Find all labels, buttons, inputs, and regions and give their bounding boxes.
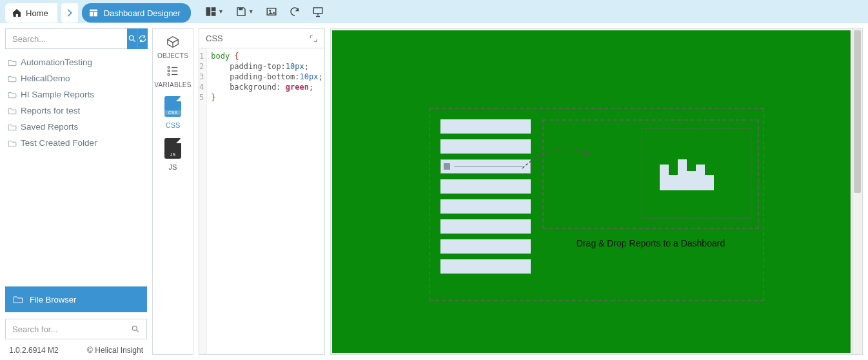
css-file-icon [164, 96, 181, 117]
folder-icon [8, 91, 17, 99]
js-file-icon [164, 138, 181, 159]
folder-icon [8, 75, 17, 83]
folder-item[interactable]: Reports for test [5, 103, 147, 119]
sidebar: AutomationTesting HelicalDemo HI Sample … [5, 28, 147, 355]
folder-label: Reports for test [21, 106, 80, 115]
caret-down-icon: ▼ [218, 8, 224, 15]
image-icon [266, 6, 277, 17]
breadcrumb-chevron[interactable] [61, 3, 78, 23]
folder-icon [8, 123, 17, 131]
svg-rect-3 [206, 7, 210, 16]
css-label: CSS [166, 121, 181, 129]
copyright-label: © Helical Insight [87, 346, 143, 355]
dashboard-designer-tab[interactable]: Dashboard Designer [82, 3, 191, 23]
css-tool[interactable]: CSS [164, 92, 181, 129]
footer: 1.0.2.6914 M2 © Helical Insight [5, 339, 147, 355]
placeholder-chart [660, 159, 714, 190]
svg-point-8 [269, 10, 271, 12]
folder-icon [8, 59, 17, 66]
svg-point-12 [168, 66, 170, 68]
file-browser-search [5, 319, 147, 339]
placeholder-row [440, 239, 531, 254]
variables-tool[interactable]: VARIABLES [154, 63, 192, 88]
dashboard-canvas[interactable]: Drag & Drop Reports to a Dashboard [332, 30, 851, 353]
list-icon [165, 64, 181, 78]
home-tab[interactable]: Home [5, 3, 57, 23]
search-row [5, 28, 147, 49]
placeholder-row [440, 139, 531, 154]
sync-button[interactable] [137, 28, 148, 49]
search-button[interactable] [127, 28, 137, 49]
variables-label: VARIABLES [154, 81, 192, 88]
folder-item[interactable]: Saved Reports [5, 119, 147, 135]
svg-rect-2 [94, 12, 97, 17]
file-browser-label: File Browser [30, 295, 76, 305]
sync-icon [138, 34, 147, 43]
version-label: 1.0.2.6914 M2 [9, 346, 59, 355]
presentation-icon [312, 6, 324, 17]
svg-rect-1 [90, 12, 93, 17]
editor-header: CSS [199, 29, 324, 48]
folder-label: Test Created Folder [21, 138, 97, 148]
layout-icon [205, 6, 217, 17]
placeholder-row [440, 219, 531, 234]
folder-open-icon [13, 295, 23, 304]
save-button[interactable]: ▼ [235, 6, 254, 17]
drop-hint-text: Drag & Drop Reports to a Dashboard [542, 238, 759, 248]
folder-label: AutomationTesting [21, 57, 92, 67]
folder-icon [8, 107, 17, 115]
caret-down-icon: ▼ [248, 8, 254, 15]
placeholder-row [440, 199, 531, 214]
placeholder-row [440, 179, 531, 194]
js-tool[interactable]: JS [164, 133, 181, 171]
svg-rect-6 [239, 8, 242, 10]
placeholder-list [440, 119, 531, 274]
tools-panel: OBJECTS VARIABLES CSS JS [152, 28, 193, 355]
top-toolbar: Home Dashboard Designer ▼ ▼ [0, 0, 868, 23]
chevron-right-icon [66, 9, 73, 17]
folder-item[interactable]: HI Sample Reports [5, 86, 147, 103]
search-input[interactable] [5, 28, 127, 49]
folder-label: Saved Reports [21, 122, 78, 132]
box-icon [165, 35, 181, 49]
svg-rect-4 [212, 7, 216, 11]
home-label: Home [26, 8, 48, 18]
objects-tool[interactable]: OBJECTS [157, 34, 188, 59]
folder-item[interactable]: AutomationTesting [5, 54, 147, 70]
scroll-thumb[interactable] [854, 30, 861, 193]
refresh-icon [289, 6, 301, 17]
svg-rect-0 [90, 10, 97, 12]
designer-label: Dashboard Designer [104, 8, 181, 18]
svg-rect-5 [212, 12, 216, 16]
refresh-button[interactable] [289, 6, 301, 17]
placeholder-row [440, 119, 531, 134]
folder-item[interactable]: HelicalDemo [5, 70, 147, 86]
drag-arrow-icon [519, 137, 597, 189]
file-search-input[interactable] [12, 325, 131, 334]
vertical-scrollbar[interactable] [852, 29, 862, 354]
search-icon [128, 34, 137, 43]
css-editor-panel: CSS 1 2 3 4 5 body { padding-top:10px; p… [199, 28, 325, 355]
js-label: JS [169, 163, 177, 171]
folder-item[interactable]: Test Created Folder [5, 135, 147, 151]
save-icon [235, 6, 247, 17]
folder-list: AutomationTesting HelicalDemo HI Sample … [5, 54, 147, 151]
objects-label: OBJECTS [157, 52, 188, 59]
code-content[interactable]: body { padding-top:10px; padding-bottom:… [207, 48, 326, 354]
code-area[interactable]: 1 2 3 4 5 body { padding-top:10px; paddi… [199, 48, 324, 354]
search-icon[interactable] [131, 325, 140, 334]
placeholder-row [440, 259, 531, 274]
layout-button[interactable]: ▼ [205, 6, 224, 17]
folder-label: HI Sample Reports [21, 90, 94, 99]
editor-title: CSS [206, 34, 223, 43]
svg-point-10 [129, 35, 133, 40]
file-browser-header[interactable]: File Browser [5, 286, 147, 312]
folder-label: HelicalDemo [21, 74, 70, 83]
canvas-panel: Drag & Drop Reports to a Dashboard [330, 28, 863, 355]
toolbar-icon-group: ▼ ▼ [205, 6, 324, 17]
screenshot-button[interactable] [266, 6, 277, 17]
dashboard-icon [88, 8, 99, 18]
expand-icon[interactable] [309, 34, 318, 43]
folder-icon [8, 139, 17, 147]
present-button[interactable] [312, 6, 324, 17]
